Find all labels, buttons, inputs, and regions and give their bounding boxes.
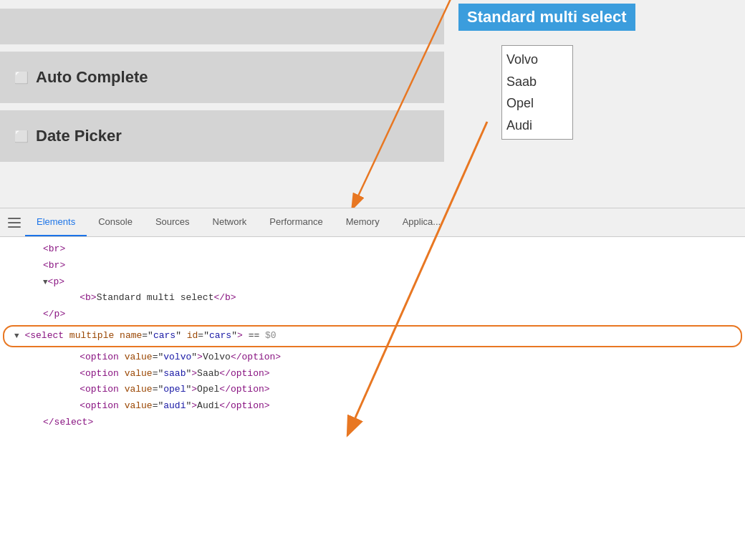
datepicker-css-icon: ⬜ [14,130,29,143]
autocomplete-section[interactable]: ⬜ Auto Complete [0,52,444,103]
section-item-top [0,9,444,44]
option-saab[interactable]: Saab [506,71,568,93]
code-line-option-opel[interactable]: <option value="opel">Opel</option> [0,382,745,398]
devtools-panel: Elements Console Sources Network Perform… [0,208,745,560]
devtools-code-panel: <br> <br> ▼<p> <b>Standard multi select<… [0,237,745,560]
code-line-b[interactable]: <b>Standard multi select</b> [0,290,745,306]
code-line-option-saab[interactable]: <option value="saab">Saab</option> [0,366,745,382]
tab-performance[interactable]: Performance [258,208,334,236]
select-widget[interactable]: Volvo Saab Opel Audi [501,45,573,140]
code-line-select-close: </select> [0,415,745,431]
multiselect-banner: Standard multi select [458,4,635,31]
tab-sources[interactable]: Sources [144,208,201,236]
option-opel[interactable]: Opel [506,92,568,115]
devtools-tabs-bar: Elements Console Sources Network Perform… [0,208,745,237]
option-volvo[interactable]: Volvo [506,49,568,71]
left-panel: ⬜ Auto Complete ⬜ Date Picker [0,0,444,208]
devtools-toggle-button[interactable] [4,212,25,233]
datepicker-label: Date Picker [36,127,122,145]
autocomplete-label: Auto Complete [36,68,148,87]
page-content: ⬜ Auto Complete ⬜ Date Picker Standard m… [0,0,745,208]
code-line-p-open[interactable]: ▼<p> [0,274,745,291]
code-line-p-close: </p> [0,306,745,323]
app-container: ⬜ Auto Complete ⬜ Date Picker Standard m… [0,0,745,560]
autocomplete-css-icon: ⬜ [14,71,29,85]
code-line-option-audi[interactable]: <option value="audi">Audi</option> [0,398,745,415]
code-line-option-volvo[interactable]: <option value="volvo">Volvo</option> [0,349,745,366]
tab-network[interactable]: Network [201,208,259,236]
toggle-icon [8,218,21,228]
datepicker-section[interactable]: ⬜ Date Picker [0,110,444,162]
code-line-br1: <br> [0,241,745,258]
gray-spacer-top [0,0,444,7]
code-line-select[interactable]: ▼ <select multiple name="cars" id="cars"… [3,325,742,347]
tab-application[interactable]: Applica... [391,208,452,236]
right-panel: Standard multi select Volvo Saab Opel Au… [444,0,745,208]
tab-elements[interactable]: Elements [25,208,87,236]
tab-memory[interactable]: Memory [335,208,391,236]
code-line-br2: <br> [0,258,745,274]
option-audi[interactable]: Audi [506,115,568,137]
tab-console[interactable]: Console [87,208,144,236]
